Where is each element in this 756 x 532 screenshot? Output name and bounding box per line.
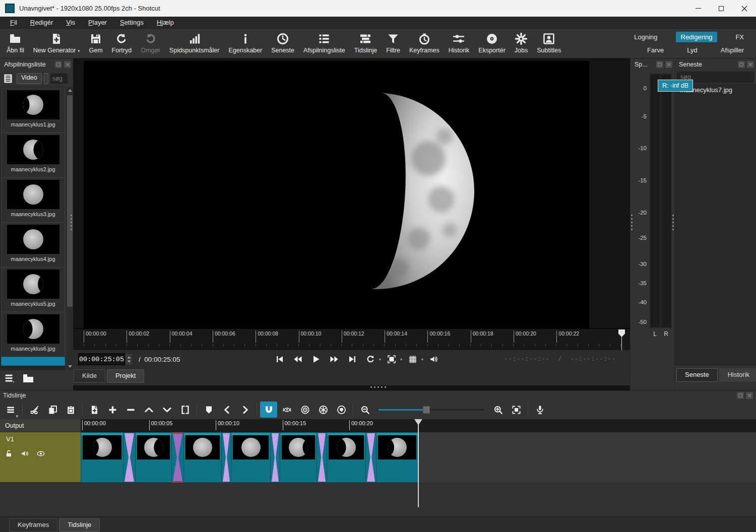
timeline-ripple-all-button[interactable] [314, 402, 332, 418]
timeline-chevron-up-button[interactable] [140, 402, 157, 418]
playlist-menu-button[interactable] [4, 373, 15, 384]
layout-redigering-button[interactable]: Redigering [676, 32, 718, 42]
transport-play-button[interactable] [308, 352, 324, 366]
tab-tidslinje[interactable]: Tidslinje [59, 518, 100, 532]
timeline-clip[interactable] [81, 432, 123, 483]
timeline-zoom-slider[interactable] [379, 405, 484, 415]
hide-eye-icon[interactable] [36, 449, 45, 458]
layout-farve-button[interactable]: Farve [642, 45, 669, 55]
toolbar-list-button[interactable]: Afspilningsliste [299, 29, 350, 58]
timeline-transition[interactable] [366, 432, 376, 483]
timeline-append-button[interactable] [86, 402, 103, 418]
toolbar-subtitles-button[interactable]: Subtitles [532, 29, 565, 58]
timeline-clip[interactable] [231, 432, 271, 483]
splitter-handle[interactable] [70, 214, 73, 231]
playlist-item[interactable]: maanecyklus4.jpg [1, 222, 65, 268]
playlist-item[interactable]: maanecyklus6.jpg [1, 312, 65, 357]
recent-float-button[interactable] [738, 61, 745, 68]
timeline-ripple-button[interactable] [296, 402, 313, 418]
transport-loop-button[interactable] [363, 352, 378, 366]
timecode-input[interactable]: 00:00:25:05 [78, 353, 125, 365]
timeline-snap-button[interactable] [260, 402, 277, 418]
minimize-button[interactable] [686, 0, 710, 17]
dropdown-caret-icon[interactable]: ▾ [379, 357, 381, 362]
splitter-handle[interactable] [369, 386, 387, 388]
timeline-clip[interactable] [280, 432, 317, 483]
timeline-close-button[interactable] [746, 392, 753, 399]
toolbar-gear-button[interactable]: Jobs [510, 29, 532, 58]
toolbar-file-plus-button[interactable]: New Generator ▾ [29, 29, 85, 58]
maximize-button[interactable] [710, 0, 733, 17]
transport-fast-forward-button[interactable] [327, 352, 342, 366]
toolbar-timeline-button[interactable]: Tidslinje [350, 29, 382, 58]
scroll-up-button[interactable] [66, 87, 73, 94]
playlist-mini-button[interactable] [44, 73, 48, 84]
output-header[interactable]: Output [0, 419, 81, 432]
timeline-minus-button[interactable] [122, 402, 139, 418]
menu-settings[interactable]: Settings [114, 18, 150, 27]
lock-icon[interactable] [5, 449, 14, 458]
timeline-transition-selected[interactable] [172, 432, 183, 483]
tab-projekt[interactable]: Projekt [107, 369, 144, 383]
timeline-copy-button[interactable] [44, 402, 61, 418]
splitter-handle[interactable] [631, 214, 633, 231]
timeline-cut-button[interactable] [26, 402, 43, 418]
timeline-clip[interactable] [183, 432, 222, 483]
timeline-ripple-markers-button[interactable] [333, 402, 350, 418]
timeline-marker-button[interactable] [200, 402, 217, 418]
toolbar-disc-button[interactable]: Eksportér [474, 29, 510, 58]
timeline-clip[interactable] [135, 432, 172, 483]
timeline-clip[interactable] [376, 432, 418, 483]
view-details-button[interactable] [2, 73, 15, 85]
timeline-next-marker-button[interactable] [236, 402, 254, 418]
playlist-item-selected-partial[interactable] [1, 357, 65, 366]
splitter-handle[interactable] [672, 214, 674, 231]
mute-icon[interactable] [21, 449, 29, 458]
timeline-zoom-in-button[interactable] [489, 402, 507, 418]
transport-rewind-button[interactable] [290, 352, 305, 366]
dropdown-caret-icon[interactable]: ▾ [400, 357, 402, 362]
timeline-transition[interactable] [271, 432, 280, 483]
timeline-zoom-out-button[interactable] [356, 402, 373, 418]
track-header-v1[interactable]: V1 [0, 432, 81, 483]
transport-skip-start-button[interactable] [272, 352, 287, 366]
transport-volume-button[interactable] [426, 352, 442, 366]
timeline-scrub-button[interactable] [278, 402, 295, 418]
layout-fx-button[interactable]: FX [730, 32, 749, 42]
timeline-zoom-fit-button[interactable] [508, 402, 525, 418]
timeline-plus-button[interactable] [104, 402, 121, 418]
menu-hjælp[interactable]: Hjælp [151, 18, 180, 27]
menu-player[interactable]: Player [82, 18, 113, 27]
scrollbar-thumb[interactable] [67, 95, 73, 307]
toolbar-clock-button[interactable]: Seneste [267, 29, 299, 58]
timeline-transition[interactable] [123, 432, 135, 483]
tab-kilde[interactable]: Kilde [74, 369, 105, 383]
toolbar-history-button[interactable]: Historik [444, 29, 474, 58]
slider-handle[interactable] [423, 406, 430, 414]
timeline-clip[interactable] [327, 432, 366, 483]
toolbar-folder-open-button[interactable]: Åbn fil [2, 29, 29, 58]
transport-skip-end-button[interactable] [345, 352, 360, 366]
layout-lyd-button[interactable]: Lyd [682, 45, 702, 55]
transport-grid-button[interactable] [405, 352, 420, 366]
playlist-close-button[interactable] [64, 61, 71, 68]
tab-keyframes[interactable]: Keyframes [9, 518, 57, 532]
menu-redigér[interactable]: Redigér [24, 18, 59, 27]
open-as-clip-button[interactable] [22, 373, 34, 383]
playlist-search-input[interactable]: søg [50, 74, 68, 84]
tab-seneste[interactable]: Seneste [676, 368, 718, 382]
video-filter-button[interactable]: Video [17, 73, 42, 84]
meter-float-button[interactable] [656, 61, 663, 68]
toolbar-undo-button[interactable]: Fortryd [107, 29, 137, 58]
playlist-item[interactable]: maanecyklus2.jpg [1, 132, 65, 178]
playlist-float-button[interactable] [55, 61, 62, 68]
playlist-item[interactable]: maanecyklus3.jpg [1, 177, 65, 223]
toolbar-funnel-button[interactable]: Filtre [382, 29, 405, 58]
toolbar-save-button[interactable]: Gem [85, 29, 107, 58]
close-button[interactable] [733, 0, 756, 17]
meter-close-button[interactable] [665, 61, 672, 68]
timeline-record-button[interactable] [531, 402, 548, 418]
playlist-item[interactable]: maanecyklus5.jpg [1, 267, 65, 312]
timeline-float-button[interactable] [737, 392, 744, 399]
tab-historik[interactable]: Historik [719, 368, 756, 382]
